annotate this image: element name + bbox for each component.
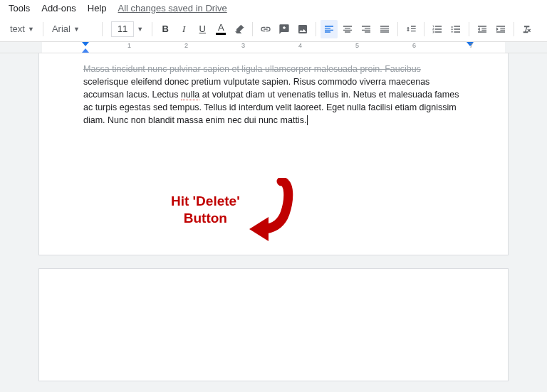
increase-indent-button[interactable]: [492, 20, 509, 38]
text-color-icon: A: [216, 23, 226, 35]
bulleted-list-icon: [450, 23, 462, 35]
paragraph-style-label: text: [10, 23, 25, 34]
menu-bar: Tools Add-ons Help All changes saved in …: [0, 0, 547, 16]
image-icon: [297, 23, 308, 35]
indent-decrease-icon: [476, 23, 488, 35]
font-size-control[interactable]: 11 ▼: [107, 20, 147, 38]
document-page[interactable]: [38, 268, 509, 381]
clear-formatting-button[interactable]: [519, 20, 536, 38]
first-line-indent-marker[interactable]: [82, 42, 89, 46]
font-family-dropdown[interactable]: Arial ▼: [48, 20, 98, 38]
separator: [424, 22, 424, 36]
comment-plus-icon: [278, 23, 290, 35]
text-line: scelerisque eleifend donec pretium vulpu…: [83, 77, 429, 87]
add-comment-button[interactable]: [276, 20, 293, 38]
text-cursor: [307, 115, 308, 125]
paragraph[interactable]: Massa tincidunt nunc pulvinar sapien et …: [83, 63, 464, 127]
separator: [316, 22, 316, 36]
menu-help[interactable]: Help: [88, 3, 107, 14]
align-left-button[interactable]: [321, 20, 338, 38]
italic-button[interactable]: I: [175, 20, 192, 38]
workspace: Massa tincidunt nunc pulvinar sapien et …: [0, 53, 547, 392]
ruler-tick: 1: [127, 42, 131, 49]
align-center-icon: [342, 23, 353, 35]
separator: [43, 22, 43, 36]
font-size-value[interactable]: 11: [111, 21, 134, 37]
bold-button[interactable]: B: [157, 20, 174, 38]
separator: [252, 22, 253, 36]
text-color-button[interactable]: A: [212, 20, 229, 38]
text-line: ac turpis egestas sed tempus. Tellus id …: [83, 102, 457, 112]
save-status[interactable]: All changes saved in Drive: [118, 3, 227, 14]
ruler-tick: 4: [298, 42, 302, 49]
insert-image-button[interactable]: [294, 20, 311, 38]
highlighter-icon: [234, 23, 245, 35]
align-right-button[interactable]: [358, 20, 375, 38]
chevron-down-icon: ▼: [137, 26, 143, 33]
numbered-list-icon: [432, 23, 443, 35]
align-justify-button[interactable]: [376, 20, 393, 38]
align-left-icon: [323, 23, 335, 35]
ruler-inner: 1 2 3 4 5 6 7: [42, 42, 505, 53]
separator: [514, 22, 514, 36]
spelling-error[interactable]: nulla: [181, 90, 199, 100]
paragraph-style-dropdown[interactable]: text ▼: [6, 20, 38, 38]
text-line: Massa tincidunt nunc pulvinar sapien et …: [83, 64, 421, 74]
chevron-down-icon: ▼: [73, 26, 80, 33]
align-center-button[interactable]: [339, 20, 356, 38]
ruler-tick: 6: [412, 42, 416, 49]
document-page[interactable]: Massa tincidunt nunc pulvinar sapien et …: [38, 53, 509, 255]
separator: [152, 22, 152, 36]
separator: [397, 22, 398, 36]
text-line: accumsan lacus. Lectus: [83, 90, 181, 100]
align-right-icon: [360, 23, 372, 35]
align-justify-icon: [379, 23, 390, 35]
ruler[interactable]: 1 2 3 4 5 6 7: [0, 42, 547, 53]
left-indent-marker[interactable]: [82, 48, 89, 53]
text-line: at volutpat diam ut venenatis tellus in.…: [199, 90, 459, 100]
numbered-list-button[interactable]: [429, 20, 446, 38]
bulleted-list-button[interactable]: [447, 20, 464, 38]
chevron-down-icon: ▼: [28, 26, 34, 33]
toolbar: text ▼ Arial ▼ 11 ▼ B I U A: [0, 16, 547, 42]
ruler-tick: 7: [469, 42, 473, 49]
text-line: diam. Nunc non blandit massa enim nec du…: [83, 115, 306, 125]
line-spacing-icon: [405, 23, 417, 35]
underline-button[interactable]: U: [194, 20, 211, 38]
insert-link-button[interactable]: [257, 20, 274, 38]
font-family-label: Arial: [52, 23, 71, 34]
ruler-tick: 5: [355, 42, 359, 49]
menu-tools[interactable]: Tools: [9, 3, 30, 14]
decrease-indent-button[interactable]: [474, 20, 491, 38]
separator: [102, 22, 103, 36]
link-icon: [260, 23, 271, 35]
separator: [469, 22, 469, 36]
ruler-tick: 2: [184, 42, 188, 49]
clear-format-icon: [521, 23, 533, 35]
menu-addons[interactable]: Add-ons: [41, 3, 75, 14]
highlight-color-button[interactable]: [231, 20, 248, 38]
ruler-tick: 3: [241, 42, 245, 49]
indent-increase-icon: [495, 23, 506, 35]
line-spacing-button[interactable]: [402, 20, 420, 38]
